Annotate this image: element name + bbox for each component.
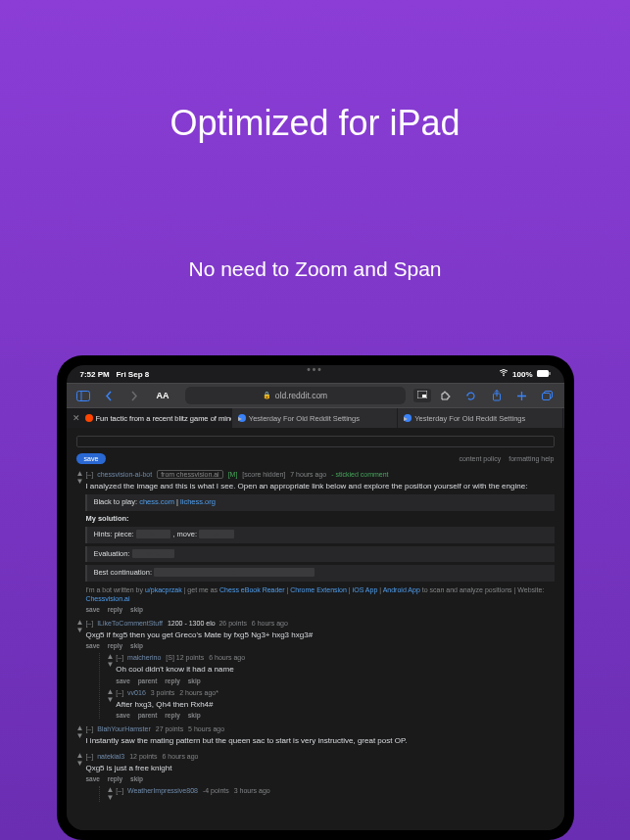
content-policy-link[interactable]: content policy — [459, 455, 501, 462]
save-action[interactable]: save — [85, 775, 99, 782]
lock-icon: 🔒 — [263, 392, 271, 399]
svg-rect-3 — [76, 391, 89, 400]
skip-action[interactable]: skip — [130, 606, 143, 613]
parent-action[interactable]: parent — [138, 712, 158, 719]
multitask-dots[interactable]: ••• — [307, 365, 323, 375]
site-link[interactable]: Chessvision.ai — [85, 595, 129, 602]
author-link[interactable]: malcherino — [127, 654, 161, 661]
status-right: 100% — [499, 369, 550, 379]
collapse-toggle[interactable]: [–] — [85, 620, 93, 627]
forward-button[interactable] — [123, 387, 145, 404]
collapse-toggle[interactable]: [–] — [116, 654, 123, 661]
downvote-icon[interactable]: ▼ — [106, 696, 114, 704]
comment-textbox[interactable] — [76, 436, 555, 447]
status-bar: 7:52 PM Fri Sep 8 ••• 100% — [67, 365, 564, 383]
timestamp: 3 hours ago — [234, 787, 270, 794]
reply-action[interactable]: reply — [108, 606, 123, 613]
sig-text: to scan and analyze positions | Website: — [420, 586, 545, 593]
comment-text: After hxg3, Qh4 then Rxh4# — [116, 699, 554, 710]
comment-text: I instantly saw the mating pattern but t… — [85, 735, 554, 746]
share-icon[interactable] — [486, 387, 508, 404]
spoiler-block[interactable]: xx — [199, 530, 234, 538]
save-action[interactable]: save — [116, 712, 129, 719]
author-link[interactable]: natekial3 — [97, 753, 124, 760]
tab-active[interactable]: ✕ Fun tactic from a recent blitz game of… — [67, 408, 232, 428]
move-label: , move: — [172, 530, 197, 538]
ios-link[interactable]: iOS App — [353, 586, 378, 593]
extensions-icon[interactable] — [435, 387, 457, 404]
wifi-icon — [499, 369, 509, 379]
collapse-toggle[interactable]: [–] — [116, 787, 123, 794]
comment: ▲▼ [–] natekial3 12 points 6 hours ago Q… — [76, 752, 555, 802]
author-link[interactable]: chessvision-ai-bot — [97, 471, 152, 478]
comment-text: Qxg5 if fxg5 then you get Greco's Mate b… — [85, 630, 554, 640]
lichess-link[interactable]: lichess.org — [180, 497, 216, 506]
skip-action[interactable]: skip — [188, 712, 201, 719]
collapse-toggle[interactable]: [–] — [116, 689, 123, 696]
tabs-bar: ✕ Fun tactic from a recent blitz game of… — [67, 408, 564, 428]
score: 3 points — [151, 689, 175, 696]
save-action[interactable]: save — [116, 677, 129, 684]
downvote-icon[interactable]: ▼ — [106, 794, 114, 802]
skip-action[interactable]: skip — [130, 775, 143, 782]
svg-rect-2 — [549, 372, 550, 375]
best-label: Best continuation: — [93, 568, 152, 577]
ipad-frame: 7:52 PM Fri Sep 8 ••• 100% — [57, 355, 574, 840]
formatting-help-link[interactable]: formatting help — [509, 455, 554, 462]
skip-action[interactable]: skip — [130, 642, 143, 649]
ebook-link[interactable]: Chess eBook Reader — [219, 586, 285, 593]
chesscom-link[interactable]: chess.com — [139, 497, 174, 506]
url-text: old.reddit.com — [275, 391, 327, 400]
author-link[interactable]: vv016 — [127, 689, 146, 696]
pip-icon[interactable] — [413, 389, 431, 402]
timestamp: 5 hours ago — [188, 725, 224, 732]
spoiler-block[interactable]: xx — [136, 530, 171, 538]
save-action[interactable]: save — [85, 642, 99, 649]
spoiler-block[interactable]: x — [154, 568, 315, 577]
parent-action[interactable]: parent — [138, 677, 158, 684]
downvote-icon[interactable]: ▼ — [76, 627, 84, 634]
comment-text: I analyzed the image and this is what I … — [85, 481, 554, 491]
tab-2[interactable]: ▸ Yesterday For Old Reddit Settings — [398, 408, 563, 428]
reader-aa-button[interactable]: AA — [149, 391, 177, 400]
tabs-overview-icon[interactable] — [537, 387, 558, 404]
sidebar-toggle-icon[interactable] — [73, 387, 94, 404]
hero-title: Optimized for iPad — [0, 103, 630, 144]
author-link[interactable]: BlahYourHamster — [97, 725, 151, 732]
ipad-screen: 7:52 PM Fri Sep 8 ••• 100% — [67, 365, 564, 830]
tab-1[interactable]: ▸ Yesterday For Old Reddit Settings — [232, 408, 398, 428]
reply-action[interactable]: reply — [165, 677, 180, 684]
timestamp: 6 hours ago — [252, 620, 288, 627]
downvote-icon[interactable]: ▼ — [76, 478, 84, 486]
save-action[interactable]: save — [85, 606, 99, 613]
collapse-toggle[interactable]: [–] — [85, 725, 93, 732]
author-link[interactable]: ILikeToCommentStuff — [97, 620, 163, 627]
chrome-link[interactable]: Chrome Extension — [290, 586, 347, 593]
collapse-toggle[interactable]: [–] — [85, 753, 93, 760]
downvote-icon[interactable]: ▼ — [76, 732, 84, 740]
author-link[interactable]: WeatherImpressive808 — [127, 787, 198, 794]
url-bar[interactable]: 🔒 old.reddit.com — [185, 387, 406, 404]
android-link[interactable]: Android App — [383, 586, 420, 593]
collapse-toggle[interactable]: [–] — [85, 471, 93, 478]
comment: ▲▼ [–] BlahYourHamster 27 points 5 hours… — [76, 724, 555, 746]
score: 27 points — [156, 725, 183, 732]
downvote-icon[interactable]: ▼ — [76, 760, 84, 768]
refresh-icon[interactable] — [460, 387, 482, 404]
status-left: 7:52 PM Fri Sep 8 — [80, 370, 150, 379]
spoiler-block[interactable]: xxxx — [132, 549, 174, 558]
score: [S] 12 points — [166, 654, 204, 661]
reply-action[interactable]: reply — [108, 642, 123, 649]
battery-percent: 100% — [512, 370, 532, 379]
reply-action[interactable]: reply — [165, 712, 180, 719]
skip-action[interactable]: skip — [188, 677, 201, 684]
save-button[interactable]: save — [76, 453, 107, 464]
svg-point-0 — [503, 375, 505, 377]
back-button[interactable] — [98, 387, 120, 404]
new-tab-icon[interactable] — [511, 387, 533, 404]
timestamp: 7 hours ago — [290, 471, 326, 478]
bot-author-link[interactable]: u/pkacprzak — [145, 586, 182, 593]
close-icon[interactable]: ✕ — [73, 413, 80, 423]
reply-action[interactable]: reply — [108, 775, 123, 782]
downvote-icon[interactable]: ▼ — [106, 661, 114, 669]
